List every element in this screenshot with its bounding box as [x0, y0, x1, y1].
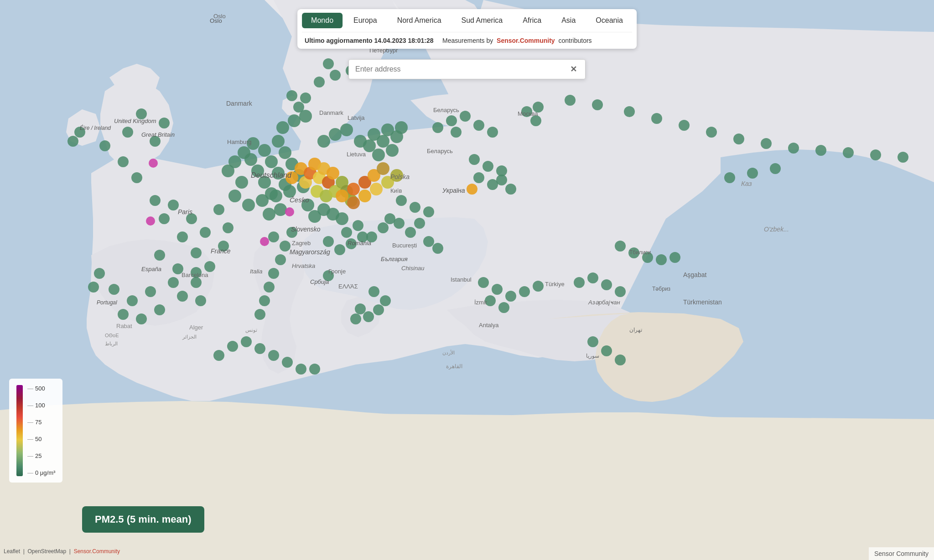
- map-container[interactable]: Great Britain United Kingdom Éire / Irel…: [0, 0, 934, 560]
- svg-text:Chisinau: Chisinau: [401, 265, 425, 272]
- svg-point-21: [223, 222, 234, 233]
- svg-point-36: [260, 237, 269, 246]
- svg-text:Zagreb: Zagreb: [292, 240, 311, 247]
- legend-panel: 500 100 75 50 25 0 μg/m³: [9, 379, 62, 483]
- svg-text:România: România: [348, 240, 371, 247]
- svg-point-1: [99, 140, 110, 151]
- svg-text:تونس: تونس: [245, 327, 257, 333]
- sensor-community-attribution-link[interactable]: Sensor.Community: [74, 548, 120, 555]
- svg-text:القاهرة: القاهرة: [446, 363, 462, 370]
- svg-point-92: [363, 139, 376, 152]
- svg-point-52: [228, 190, 241, 202]
- svg-point-183: [615, 286, 626, 297]
- svg-point-145: [460, 111, 471, 122]
- svg-text:Barcelona: Barcelona: [182, 272, 208, 278]
- tab-nord-america[interactable]: Nord America: [388, 13, 451, 28]
- svg-point-143: [432, 122, 443, 133]
- svg-point-116: [268, 231, 279, 242]
- svg-point-159: [505, 184, 516, 195]
- svg-point-53: [242, 199, 255, 211]
- svg-point-121: [259, 295, 270, 306]
- svg-text:Lietuva: Lietuva: [347, 151, 366, 158]
- svg-text:Éire / Ireland: Éire / Ireland: [80, 124, 111, 131]
- tab-sud-america[interactable]: Sud America: [452, 13, 512, 28]
- svg-text:București: București: [392, 242, 417, 249]
- svg-point-111: [274, 203, 287, 216]
- search-box: ✕: [348, 59, 586, 79]
- svg-point-93: [377, 135, 389, 148]
- svg-point-110: [263, 208, 275, 221]
- svg-text:Polska: Polska: [390, 173, 410, 180]
- svg-point-187: [363, 311, 374, 322]
- svg-point-85: [330, 70, 341, 81]
- svg-point-95: [372, 149, 385, 161]
- svg-point-157: [467, 184, 477, 195]
- svg-point-146: [451, 127, 462, 138]
- svg-point-103: [358, 190, 371, 202]
- svg-point-82: [300, 92, 311, 103]
- svg-point-118: [275, 254, 286, 265]
- svg-point-26: [145, 286, 156, 297]
- svg-point-140: [423, 236, 434, 247]
- svg-point-9: [67, 136, 78, 147]
- svg-point-167: [761, 138, 772, 149]
- svg-text:Danmark: Danmark: [226, 100, 253, 107]
- svg-text:Slovensko: Slovensko: [291, 226, 321, 233]
- openstreetmap-link[interactable]: OpenStreetMap: [27, 548, 66, 555]
- svg-text:Каз: Каз: [741, 180, 752, 187]
- svg-text:España: España: [141, 266, 161, 272]
- svg-point-188: [355, 303, 366, 314]
- svg-point-204: [656, 254, 667, 265]
- svg-text:Москва: Москва: [518, 110, 538, 117]
- svg-point-109: [336, 212, 348, 225]
- leaflet-link[interactable]: Leaflet: [4, 548, 20, 555]
- svg-point-194: [268, 350, 279, 361]
- svg-point-170: [843, 147, 854, 158]
- svg-point-168: [788, 143, 799, 154]
- search-container: ✕: [348, 59, 586, 79]
- svg-text:Србија: Србија: [310, 278, 329, 285]
- svg-point-76: [288, 114, 301, 127]
- legend-label-50: 50: [27, 436, 55, 442]
- svg-point-141: [432, 243, 443, 254]
- svg-point-41: [272, 135, 285, 148]
- svg-point-78: [317, 135, 330, 148]
- svg-point-44: [279, 146, 291, 159]
- svg-point-124: [341, 227, 352, 238]
- svg-text:Deutschland: Deutschland: [251, 171, 292, 179]
- sensor-community-link[interactable]: Sensor.Community: [497, 37, 555, 44]
- svg-point-120: [264, 282, 275, 293]
- svg-text:Азәрбајҹан: Азәрбајҹан: [588, 299, 620, 306]
- svg-text:О'zbek...: О'zbek...: [764, 226, 789, 233]
- svg-point-51: [235, 176, 248, 189]
- svg-text:Тəбриз: Тəбриз: [652, 286, 671, 292]
- svg-text:Oslo: Oslo: [213, 13, 226, 20]
- svg-point-161: [592, 99, 603, 110]
- svg-text:United Kingdom: United Kingdom: [114, 118, 156, 124]
- svg-point-54: [256, 194, 269, 207]
- svg-point-200: [615, 354, 626, 365]
- svg-point-97: [336, 190, 348, 202]
- svg-point-17: [154, 250, 165, 261]
- svg-text:Hamburg: Hamburg: [227, 139, 251, 145]
- tab-africa[interactable]: Africa: [514, 13, 550, 28]
- tab-europa[interactable]: Europa: [344, 13, 386, 28]
- svg-point-144: [446, 115, 457, 126]
- svg-point-173: [478, 277, 489, 288]
- tab-oceania[interactable]: Oceania: [586, 13, 632, 28]
- svg-point-19: [150, 195, 161, 206]
- svg-point-184: [368, 286, 379, 297]
- svg-point-132: [410, 202, 420, 213]
- svg-point-29: [118, 309, 129, 320]
- tab-asia[interactable]: Asia: [552, 13, 585, 28]
- tab-mondo[interactable]: Mondo: [302, 13, 342, 28]
- svg-point-13: [177, 231, 188, 242]
- address-search-input[interactable]: [355, 65, 568, 73]
- search-clear-button[interactable]: ✕: [568, 64, 579, 74]
- svg-point-32: [191, 277, 202, 288]
- svg-point-198: [587, 336, 598, 347]
- svg-point-186: [373, 304, 384, 315]
- svg-point-66: [327, 167, 339, 180]
- svg-point-14: [191, 247, 202, 258]
- svg-point-98: [347, 183, 360, 195]
